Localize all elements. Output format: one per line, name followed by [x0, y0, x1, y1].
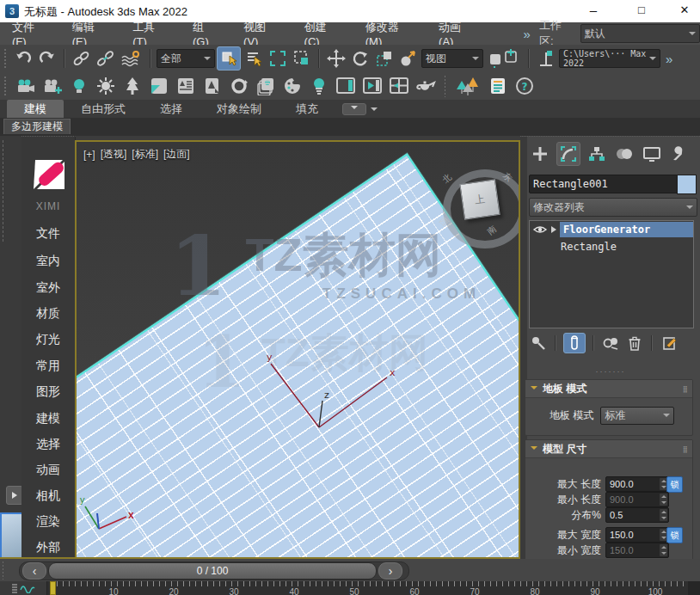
expand-caret-icon[interactable]	[550, 225, 558, 234]
menu-tools[interactable]: 工具(T)	[120, 20, 181, 48]
light-icon[interactable]	[68, 75, 90, 97]
sunlight-icon[interactable]	[95, 75, 117, 97]
stack-item-selected[interactable]: FloorGenerator	[560, 222, 693, 237]
remove-modifier-trash-icon[interactable]	[625, 334, 644, 353]
redo-icon[interactable]	[36, 47, 58, 70]
modify-tab-icon[interactable]	[556, 142, 580, 166]
track-bar[interactable]: 10 20 30 40 50 60 70 80 90 100	[0, 581, 700, 595]
sidebar-item-render[interactable]: 渲染	[21, 514, 75, 530]
rollout-grip-icon[interactable]: ⣿	[683, 385, 689, 393]
pin-stack-icon[interactable]	[529, 334, 548, 353]
ribbon-panel-poly-modeling[interactable]: 多边形建模	[3, 119, 71, 134]
rectangular-selection-region-icon[interactable]	[267, 47, 289, 70]
unlink-selection-icon[interactable]	[95, 47, 117, 70]
sidebar-item-exterior[interactable]: 室外	[21, 280, 75, 296]
menu-modifiers[interactable]: 修改器(M)	[353, 20, 427, 48]
sidebar-item-files[interactable]: 文件	[21, 226, 75, 242]
material-editor-icon[interactable]	[281, 75, 304, 97]
tree-icon[interactable]	[121, 75, 144, 97]
expand-arrow-button[interactable]	[6, 486, 23, 505]
width-lock-button[interactable]: 锁	[666, 527, 683, 543]
window-crossing-toggle-icon[interactable]	[291, 47, 313, 70]
track-bar-ruler[interactable]: 10 20 30 40 50 60 70 80 90 100	[46, 581, 688, 595]
plugin-logo[interactable]	[34, 160, 64, 191]
dock-handle[interactable]	[2, 139, 4, 242]
render-setup-icon[interactable]	[308, 75, 330, 97]
sidebar-item-animation[interactable]: 动画	[21, 463, 75, 478]
stack-row-floorgenerator[interactable]: FloorGenerator	[530, 221, 693, 238]
viewport-menu-pov[interactable]: [透视]	[101, 147, 127, 162]
frame-marker[interactable]	[50, 581, 56, 595]
maximize-button[interactable]: □	[623, 0, 660, 22]
configure-modifier-sets-icon[interactable]	[660, 334, 680, 353]
sidebar-item-shapes[interactable]: 图形	[21, 384, 75, 400]
sidebar-item-interior[interactable]: 室内	[21, 254, 75, 269]
toolbar-drag-handle[interactable]	[3, 48, 7, 69]
menu-file[interactable]: 文件(F)	[0, 20, 60, 48]
sidebar-item-select[interactable]: 选择	[21, 437, 75, 452]
ribbon-tab-selection[interactable]: 选择	[143, 100, 200, 119]
ribbon-tab-object-paint[interactable]: 对象绘制	[200, 100, 279, 119]
utilities-tab-icon[interactable]	[668, 143, 691, 165]
rendered-frame-window-icon[interactable]	[335, 75, 357, 97]
toolbar-overflow-chevrons-icon[interactable]: »	[666, 52, 672, 66]
motion-tab-icon[interactable]	[613, 143, 636, 165]
menu-create[interactable]: 创建(C)	[292, 20, 353, 48]
object-name-field[interactable]: Rectangle001	[529, 175, 679, 193]
object-color-swatch[interactable]	[677, 175, 697, 194]
ribbon-tab-freeform[interactable]: 自由形式	[64, 100, 143, 119]
menu-overflow-chevrons-icon[interactable]: »	[524, 27, 531, 41]
menu-edit[interactable]: 编辑(E)	[60, 20, 120, 48]
hierarchy-tab-icon[interactable]	[586, 143, 608, 165]
layers-stack-icon[interactable]	[255, 75, 277, 97]
render-preview-icon[interactable]	[361, 75, 384, 97]
display-tab-icon[interactable]	[641, 143, 663, 165]
create-tab-icon[interactable]	[529, 143, 551, 165]
viewport-menu-standard[interactable]: [标准]	[132, 147, 158, 162]
viewcube[interactable]: 上 北 东 西 南	[436, 161, 520, 243]
scene-explorer-icon[interactable]	[148, 75, 170, 97]
modifier-list-dropdown[interactable]: 修改器列表	[529, 198, 697, 217]
rollout-grip-icon[interactable]: ⣿	[683, 445, 689, 453]
select-and-link-icon[interactable]	[71, 47, 93, 70]
length-lock-button[interactable]: 锁	[666, 476, 683, 493]
min-width-field[interactable]: 150.0	[605, 543, 669, 558]
rollout-model-size-header[interactable]: 模型 尺寸 ⣿	[525, 440, 692, 458]
dock-handle[interactable]	[2, 561, 4, 580]
sidebar-item-material[interactable]: 材质	[21, 306, 75, 322]
undo-icon[interactable]	[12, 47, 34, 70]
menu-group[interactable]: 组(G)	[181, 20, 231, 48]
script-listener-icon[interactable]	[487, 75, 509, 97]
workspace-dropdown[interactable]: 默认	[580, 24, 700, 43]
select-by-name-icon[interactable]	[243, 47, 265, 70]
menu-views[interactable]: 视图(V)	[231, 20, 292, 48]
toolbar-drag-handle[interactable]	[444, 75, 446, 97]
project-folder-dropdown[interactable]: C:\Users\··· Max 2022	[559, 49, 660, 68]
forest-pack-icon[interactable]	[453, 75, 482, 97]
menu-animation[interactable]: 动画(A)	[427, 20, 487, 48]
time-slider-handle[interactable]: 0 / 100	[48, 562, 377, 580]
viewport-menu-general[interactable]: [+]	[83, 149, 95, 161]
max-length-field[interactable]: 900.0	[605, 476, 669, 492]
sidebar-item-camera[interactable]: 相机	[21, 488, 75, 504]
sidebar-item-modeling[interactable]: 建模	[21, 411, 75, 426]
toolbar-drag-handle[interactable]	[3, 76, 7, 96]
select-object-button[interactable]	[217, 46, 241, 71]
min-length-field[interactable]: 900.0	[605, 492, 669, 507]
select-and-manipulate-icon[interactable]	[485, 47, 523, 70]
layer-explorer-icon[interactable]	[175, 75, 197, 97]
viewport-layout-icon[interactable]	[388, 75, 410, 97]
select-and-rotate-icon[interactable]	[349, 47, 371, 70]
select-and-move-icon[interactable]	[325, 47, 347, 70]
sample-swatch[interactable]	[0, 512, 24, 561]
viewcube-top-face[interactable]: 上	[459, 179, 500, 219]
visibility-eye-icon[interactable]	[532, 224, 548, 236]
selection-filter-dropdown[interactable]: 全部	[157, 49, 215, 68]
add-camera-icon[interactable]	[41, 75, 64, 97]
panel-splitter[interactable]: ·······	[529, 367, 692, 376]
sidebar-item-lights[interactable]: 灯光	[21, 332, 75, 347]
stack-row-rectangle[interactable]: Rectangle	[530, 238, 693, 255]
container-explorer-icon[interactable]	[201, 75, 224, 97]
ribbon-minimize-button[interactable]	[342, 103, 366, 115]
spinner[interactable]	[660, 544, 667, 556]
